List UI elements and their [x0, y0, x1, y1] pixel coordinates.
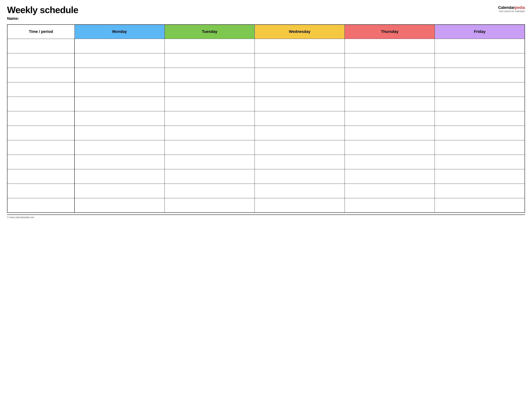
schedule-cell[interactable] — [254, 198, 345, 213]
schedule-cell[interactable] — [345, 155, 435, 169]
schedule-cell[interactable] — [435, 97, 525, 111]
schedule-cell[interactable] — [254, 140, 345, 155]
schedule-cell[interactable] — [165, 155, 254, 169]
schedule-cell[interactable] — [254, 184, 345, 198]
table-row — [7, 111, 525, 126]
logo-area: Calendarpedia Your source for calendars — [498, 5, 525, 13]
schedule-cell[interactable] — [75, 184, 165, 198]
col-header-time: Time / period — [7, 25, 75, 39]
schedule-cell[interactable] — [165, 39, 254, 53]
time-cell[interactable] — [7, 53, 75, 68]
col-header-friday: Friday — [435, 25, 525, 39]
schedule-cell[interactable] — [75, 140, 165, 155]
logo-tagline: Your source for calendars — [498, 10, 525, 13]
schedule-cell[interactable] — [435, 126, 525, 140]
schedule-cell[interactable] — [254, 111, 345, 126]
schedule-cell[interactable] — [165, 184, 254, 198]
schedule-cell[interactable] — [75, 111, 165, 126]
footer-url: © www.calendarpedia.com — [7, 216, 34, 219]
schedule-cell[interactable] — [345, 169, 435, 184]
schedule-cell[interactable] — [435, 140, 525, 155]
title-section: Weekly schedule Name: — [7, 5, 78, 21]
time-cell[interactable] — [7, 184, 75, 198]
schedule-cell[interactable] — [254, 68, 345, 82]
schedule-table: Time / period Monday Tuesday Wednesday T… — [7, 24, 525, 213]
schedule-cell[interactable] — [435, 68, 525, 82]
schedule-cell[interactable] — [165, 68, 254, 82]
schedule-cell[interactable] — [345, 126, 435, 140]
schedule-cell[interactable] — [165, 97, 254, 111]
time-cell[interactable] — [7, 97, 75, 111]
time-cell[interactable] — [7, 68, 75, 82]
schedule-cell[interactable] — [435, 198, 525, 213]
schedule-cell[interactable] — [254, 97, 345, 111]
time-cell[interactable] — [7, 39, 75, 53]
schedule-cell[interactable] — [435, 111, 525, 126]
table-row — [7, 140, 525, 155]
time-cell[interactable] — [7, 111, 75, 126]
schedule-cell[interactable] — [165, 53, 254, 68]
schedule-cell[interactable] — [435, 155, 525, 169]
time-cell[interactable] — [7, 126, 75, 140]
time-cell[interactable] — [7, 82, 75, 97]
schedule-cell[interactable] — [75, 198, 165, 213]
schedule-cell[interactable] — [75, 82, 165, 97]
schedule-cell[interactable] — [254, 155, 345, 169]
schedule-cell[interactable] — [345, 39, 435, 53]
schedule-cell[interactable] — [165, 111, 254, 126]
schedule-cell[interactable] — [435, 53, 525, 68]
schedule-cell[interactable] — [75, 97, 165, 111]
schedule-cell[interactable] — [345, 97, 435, 111]
name-label: Name: — [7, 16, 78, 21]
schedule-cell[interactable] — [345, 68, 435, 82]
schedule-cell[interactable] — [165, 126, 254, 140]
schedule-cell[interactable] — [435, 82, 525, 97]
schedule-cell[interactable] — [75, 53, 165, 68]
table-row — [7, 82, 525, 97]
col-header-thursday: Thursday — [345, 25, 435, 39]
schedule-cell[interactable] — [75, 126, 165, 140]
schedule-cell[interactable] — [75, 155, 165, 169]
schedule-cell[interactable] — [435, 39, 525, 53]
schedule-cell[interactable] — [75, 68, 165, 82]
schedule-cell[interactable] — [345, 53, 435, 68]
schedule-cell[interactable] — [254, 39, 345, 53]
schedule-cell[interactable] — [254, 53, 345, 68]
schedule-cell[interactable] — [435, 169, 525, 184]
schedule-cell[interactable] — [75, 169, 165, 184]
schedule-cell[interactable] — [435, 184, 525, 198]
logo-calendar-text: Calendar — [498, 5, 515, 10]
schedule-cell[interactable] — [345, 82, 435, 97]
table-row — [7, 184, 525, 198]
schedule-cell[interactable] — [345, 111, 435, 126]
time-cell[interactable] — [7, 198, 75, 213]
table-row — [7, 53, 525, 68]
table-row — [7, 155, 525, 169]
table-row — [7, 198, 525, 213]
logo-pedia-text: pedia — [515, 5, 525, 10]
time-cell[interactable] — [7, 169, 75, 184]
schedule-cell[interactable] — [165, 169, 254, 184]
time-cell[interactable] — [7, 140, 75, 155]
schedule-cell[interactable] — [254, 82, 345, 97]
schedule-cell[interactable] — [345, 140, 435, 155]
col-header-tuesday: Tuesday — [165, 25, 254, 39]
table-row — [7, 169, 525, 184]
col-header-wednesday: Wednesday — [254, 25, 345, 39]
table-row — [7, 97, 525, 111]
table-row — [7, 39, 525, 53]
header-area: Weekly schedule Name: Calendarpedia Your… — [7, 5, 525, 21]
col-header-monday: Monday — [75, 25, 165, 39]
schedule-cell[interactable] — [345, 184, 435, 198]
schedule-cell[interactable] — [254, 126, 345, 140]
schedule-cell[interactable] — [345, 198, 435, 213]
schedule-cell[interactable] — [165, 82, 254, 97]
table-row — [7, 126, 525, 140]
schedule-cell[interactable] — [254, 169, 345, 184]
schedule-cell[interactable] — [165, 198, 254, 213]
table-row — [7, 68, 525, 82]
schedule-cell[interactable] — [75, 39, 165, 53]
page-title: Weekly schedule — [7, 5, 78, 14]
time-cell[interactable] — [7, 155, 75, 169]
schedule-cell[interactable] — [165, 140, 254, 155]
